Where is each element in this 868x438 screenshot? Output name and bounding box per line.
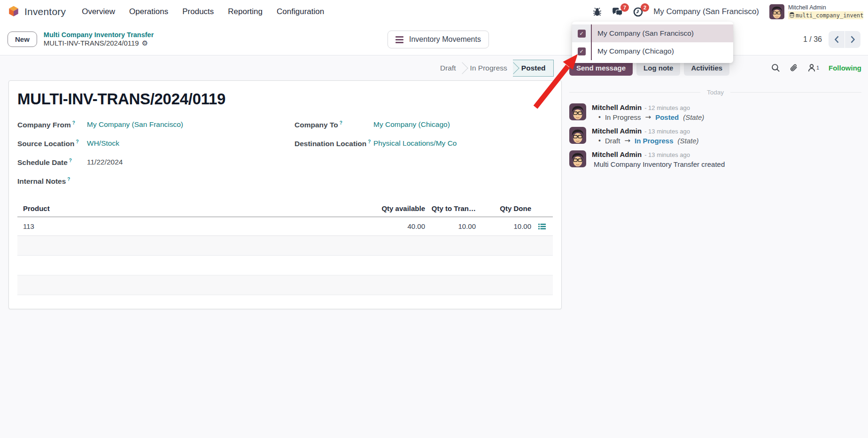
field-label: Company To? xyxy=(294,120,373,129)
field-company-from: Company From? My Company (San Francisco) xyxy=(17,120,276,139)
field-destination-location: Destination Location? Physical Locations… xyxy=(294,139,553,158)
message-time: - 12 minutes ago xyxy=(644,104,690,111)
followers-icon[interactable]: 1 xyxy=(807,63,819,72)
form-sheet: MULTI-INV-TRANS/2024/0119 Company From? … xyxy=(8,80,562,309)
empty-row xyxy=(17,256,553,275)
message-time: - 13 minutes ago xyxy=(644,151,690,158)
chevron-right-icon xyxy=(850,36,855,43)
field-schedule-date: Schedule Date? 11/22/2024 xyxy=(17,158,276,177)
empty-row xyxy=(17,295,553,309)
record-title: MULTI-INV-TRANS/2024/0119 xyxy=(17,90,561,108)
database-badge: multi_company_inventory_… xyxy=(788,11,863,19)
list-bars-icon xyxy=(395,36,403,43)
message: Mitchell Admin - 13 minutes ago • Draft … xyxy=(569,127,861,145)
tracking-field-name: (State) xyxy=(678,137,699,145)
inventory-movements-button[interactable]: Inventory Movements xyxy=(388,31,489,48)
pager-previous-button[interactable] xyxy=(829,31,845,48)
user-menu[interactable]: Mitchell Admin multi_company_inventory_… xyxy=(769,4,863,19)
app-switcher[interactable]: Inventory xyxy=(8,5,66,19)
message: Mitchell Admin - 12 minutes ago • In Pro… xyxy=(569,103,861,121)
row-detail-list-icon[interactable] xyxy=(531,223,553,230)
empty-row xyxy=(17,236,553,256)
menu-configuration[interactable]: Configuration xyxy=(277,7,324,16)
attachment-paperclip-icon[interactable] xyxy=(790,63,798,72)
field-column-left: Company From? My Company (San Francisco)… xyxy=(17,120,276,196)
breadcrumb-parent-link[interactable]: Multi Company Inventory Transfer xyxy=(44,31,154,39)
cell-qty-available[interactable]: 40.00 xyxy=(350,222,425,230)
database-name: multi_company_inventory_… xyxy=(796,12,863,19)
pager-next-button[interactable] xyxy=(845,31,860,48)
company-option-chicago[interactable]: ✓ My Company (Chicago) xyxy=(572,42,733,60)
settings-gear-icon[interactable]: ⚙ xyxy=(142,39,148,48)
field-label: Company From? xyxy=(17,120,87,129)
bullet-icon: • xyxy=(598,137,601,144)
company-option-san-francisco[interactable]: ✓ My Company (San Francisco) xyxy=(572,24,733,42)
field-label: Internal Notes? xyxy=(17,177,87,186)
company-selector[interactable]: My Company (San Francisco) xyxy=(653,7,759,16)
arrow-right-icon: → xyxy=(624,136,630,145)
company-option-label: My Company (San Francisco) xyxy=(591,24,733,42)
tracking-change: • Draft → In Progress (State) xyxy=(592,136,699,145)
tracking-new-value: In Progress xyxy=(635,137,674,145)
debug-bug-icon[interactable] xyxy=(593,8,602,16)
tracking-field-name: (State) xyxy=(683,113,704,121)
message-feed: Mitchell Admin - 12 minutes ago • In Pro… xyxy=(569,103,861,168)
message-avatar xyxy=(569,127,586,144)
menu-overview[interactable]: Overview xyxy=(82,7,115,16)
new-button[interactable]: New xyxy=(8,31,37,47)
field-value-company-to[interactable]: My Company (Chicago) xyxy=(373,120,553,129)
breadcrumb-current: MULTI-INV-TRANS/2024/0119 ⚙ xyxy=(44,39,154,48)
company-switcher-dropdown: ✓ My Company (San Francisco) ✓ My Compan… xyxy=(572,22,733,63)
statusbar: Draft In Progress Posted xyxy=(434,60,554,77)
message-avatar xyxy=(569,103,586,120)
column-header-qty-available: Qty available xyxy=(350,204,425,212)
table-row: 113 40.00 10.00 10.00 xyxy=(17,217,553,236)
cell-qty-to-transfer[interactable]: 10.00 xyxy=(425,222,476,230)
column-header-qty-to-transfer: Qty to Tran… xyxy=(425,204,476,212)
messages-icon[interactable]: 7 xyxy=(612,7,623,16)
tracking-old-value: In Progress xyxy=(605,113,641,121)
field-value-schedule-date[interactable]: 11/22/2024 xyxy=(87,158,276,166)
messages-count-badge: 7 xyxy=(620,3,629,12)
chatter-panel: Send message Log note Activities xyxy=(569,60,861,168)
search-messages-icon[interactable] xyxy=(771,63,780,72)
field-value-company-from[interactable]: My Company (San Francisco) xyxy=(87,120,276,129)
pager-buttons xyxy=(829,31,860,48)
menu-operations[interactable]: Operations xyxy=(129,7,168,16)
inventory-app-icon xyxy=(8,5,20,19)
user-name: Mitchell Admin xyxy=(788,4,863,11)
cell-product[interactable]: 113 xyxy=(17,222,350,230)
column-header-product: Product xyxy=(17,204,350,212)
message-content: Mitchell Admin - 13 minutes ago Multi Co… xyxy=(592,150,725,168)
activities-clock-icon[interactable]: 2 xyxy=(633,7,643,17)
field-column-right: Company To? My Company (Chicago) Destina… xyxy=(294,120,553,196)
arrow-right-icon: → xyxy=(645,113,651,121)
field-source-location: Source Location? WH/Stock xyxy=(17,139,276,158)
database-icon xyxy=(790,11,794,19)
main-menu: Overview Operations Products Reporting C… xyxy=(82,7,324,16)
field-label: Destination Location? xyxy=(294,139,373,148)
field-value-source-location[interactable]: WH/Stock xyxy=(87,139,276,148)
tracking-new-value: Posted xyxy=(655,113,679,121)
menu-products[interactable]: Products xyxy=(182,7,214,16)
checkbox-cell: ✓ xyxy=(572,42,591,60)
chatter-icons: 1 Following xyxy=(771,63,861,72)
status-step-in-progress[interactable]: In Progress xyxy=(465,60,513,77)
pager-value[interactable]: 1 / 36 xyxy=(803,35,822,44)
main-content: Draft In Progress Posted MULTI-INV-TRANS… xyxy=(0,55,868,438)
help-icon: ? xyxy=(67,177,70,182)
checked-checkbox[interactable]: ✓ xyxy=(578,30,586,38)
chevron-left-icon xyxy=(834,36,839,43)
message-content: Mitchell Admin - 12 minutes ago • In Pro… xyxy=(592,103,704,121)
product-lines-table: Product Qty available Qty to Tran… Qty D… xyxy=(17,200,553,309)
menu-reporting[interactable]: Reporting xyxy=(228,7,263,16)
following-button[interactable]: Following xyxy=(829,64,861,72)
checked-checkbox[interactable]: ✓ xyxy=(578,47,586,55)
cell-qty-done[interactable]: 10.00 xyxy=(476,222,531,230)
help-icon: ? xyxy=(76,139,78,144)
message-content: Mitchell Admin - 13 minutes ago • Draft … xyxy=(592,127,699,145)
activities-count-badge: 2 xyxy=(641,3,649,12)
field-company-to: Company To? My Company (Chicago) xyxy=(294,120,553,139)
field-value-destination-location[interactable]: Physical Locations/My Co xyxy=(373,139,553,148)
control-panel: New Multi Company Inventory Transfer MUL… xyxy=(0,23,868,55)
